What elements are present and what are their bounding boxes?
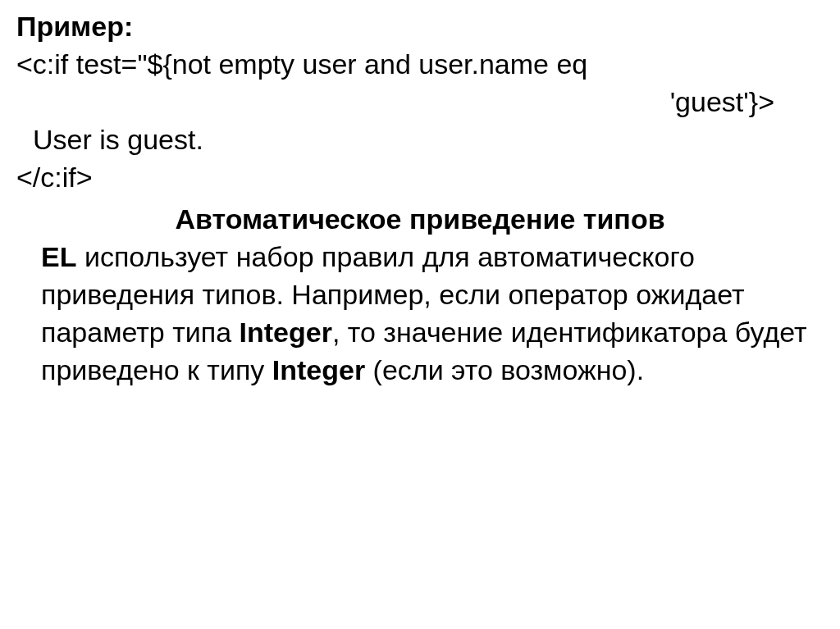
code-line-3: User is guest. [16, 121, 824, 159]
integer-type-2: Integer [272, 354, 365, 385]
code-line-1: <c:if test="${not empty user and user.na… [16, 46, 824, 84]
el-label: EL [41, 241, 76, 272]
body-paragraph: EL использует набор правил для автоматич… [16, 239, 824, 390]
para-text-3: (если это возможно). [365, 354, 644, 385]
integer-type-1: Integer [240, 317, 332, 348]
section-title: Автоматическое приведение типов [16, 201, 824, 239]
example-heading: Пример: [16, 8, 824, 46]
code-line-2: 'guest'}> [16, 84, 824, 121]
code-line-4: </c:if> [16, 159, 824, 197]
